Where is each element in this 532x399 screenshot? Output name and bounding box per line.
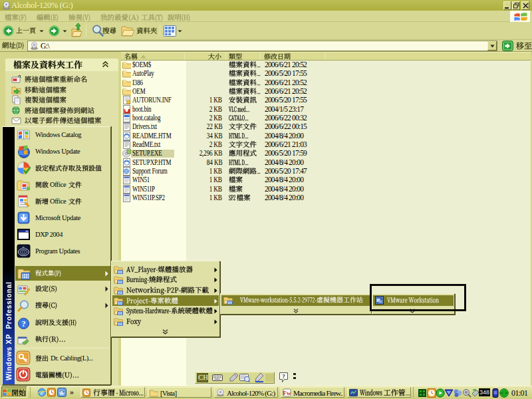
svg-text:?: ? [282,373,285,380]
svg-text:?: ? [21,319,25,329]
svg-text:e: e [41,388,44,396]
svg-text:Fw: Fw [283,390,291,396]
